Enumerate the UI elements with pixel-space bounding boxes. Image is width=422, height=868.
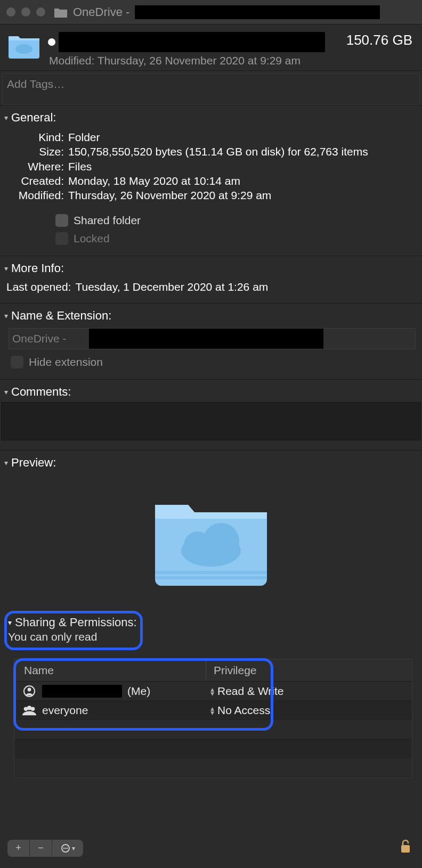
hide-extension-checkbox[interactable]: [11, 356, 23, 369]
last-opened-label: Last opened:: [6, 281, 71, 293]
created-value: Monday, 18 May 2020 at 10:14 am: [68, 174, 418, 188]
shared-folder-label: Shared folder: [74, 214, 141, 227]
section-preview-title: Preview:: [11, 456, 56, 470]
section-sharing-title: Sharing & Permissions:: [15, 616, 137, 629]
svg-point-14: [66, 847, 67, 848]
svg-point-13: [64, 847, 66, 848]
user-me-suffix: (Me): [127, 685, 150, 698]
highlight-box: ▾ Sharing & Permissions: You can only re…: [4, 611, 143, 650]
chevron-down-icon: ▾: [8, 618, 12, 627]
section-general-header[interactable]: ▾ General:: [0, 105, 422, 128]
column-name-header[interactable]: Name: [14, 659, 206, 681]
chevron-down-icon: ▾: [72, 845, 75, 852]
permission-row-empty: [14, 758, 412, 777]
user-name: everyone: [42, 704, 88, 717]
modified-value: Thursday, 26 November 2020 at 9:29 am: [68, 188, 418, 202]
chevron-down-icon: ▾: [4, 388, 8, 396]
remove-button[interactable]: −: [30, 840, 52, 857]
redacted-user-name: [42, 685, 122, 698]
svg-point-10: [31, 707, 35, 710]
kind-value: Folder: [68, 130, 418, 144]
permission-row[interactable]: (Me) ▴▾ Read & Write: [14, 682, 412, 701]
redacted-title: [135, 5, 380, 19]
section-general-title: General:: [11, 111, 56, 125]
chevron-down-icon: ▾: [4, 113, 8, 122]
permissions-table: Name Privilege (Me) ▴▾ Read & Write: [14, 659, 412, 778]
section-sharing-header[interactable]: ▾ Sharing & Permissions:: [8, 616, 137, 629]
general-content: Kind:Folder Size:150,758,550,520 bytes (…: [0, 128, 422, 256]
action-menu-button[interactable]: ▾: [52, 840, 83, 857]
header-size: 150.76 GB: [346, 32, 412, 48]
updown-icon[interactable]: ▴▾: [210, 687, 214, 696]
permission-row-empty: [14, 720, 412, 739]
svg-rect-15: [401, 845, 410, 853]
svg-point-12: [63, 847, 64, 848]
traffic-lights: [6, 7, 45, 17]
folder-cloud-icon: [7, 32, 40, 61]
shared-folder-checkbox[interactable]: [55, 214, 68, 227]
permission-row[interactable]: everyone ▴▾ No Access: [14, 701, 412, 720]
section-comments-title: Comments:: [11, 385, 71, 399]
zoom-button[interactable]: [36, 7, 45, 17]
privilege-value: Read & Write: [217, 685, 284, 698]
chevron-down-icon: ▾: [4, 264, 8, 273]
name-extension-value: OneDrive -: [12, 332, 67, 345]
window-title: OneDrive -: [73, 5, 129, 19]
section-nameext-header[interactable]: ▾ Name & Extension:: [0, 303, 422, 326]
locked-checkbox[interactable]: [55, 232, 68, 245]
size-label: Size:: [4, 144, 64, 159]
titlebar: OneDrive -: [0, 0, 422, 24]
section-nameext-title: Name & Extension:: [11, 309, 111, 323]
hide-extension-label: Hide extension: [29, 356, 103, 369]
close-button[interactable]: [6, 7, 15, 17]
size-value: 150,758,550,520 bytes (151.14 GB on disk…: [68, 144, 418, 159]
header-modified: Modified: Thursday, 26 November 2020 at …: [49, 54, 338, 67]
redacted-folder-name: [59, 32, 325, 52]
kind-label: Kind:: [4, 130, 64, 144]
svg-point-0: [15, 44, 33, 54]
folder-cloud-preview-icon: [151, 491, 271, 589]
updown-icon[interactable]: ▴▾: [210, 706, 214, 715]
permission-actions: + − ▾: [7, 840, 83, 857]
item-bullet: [48, 38, 55, 46]
column-privilege-header[interactable]: Privilege: [206, 664, 412, 677]
section-moreinfo-title: More Info:: [11, 261, 64, 275]
where-value: Files: [68, 159, 418, 174]
tags-placeholder: Add Tags…: [7, 78, 64, 91]
section-moreinfo-header[interactable]: ▾ More Info:: [0, 256, 422, 279]
tags-field[interactable]: Add Tags…: [2, 73, 420, 105]
preview-content: [0, 473, 422, 611]
user-icon: [22, 685, 37, 698]
name-extension-input[interactable]: OneDrive -: [9, 328, 416, 349]
modified-label: Modified:: [4, 188, 64, 202]
lock-icon[interactable]: [399, 839, 415, 857]
svg-point-5: [203, 523, 239, 559]
locked-label: Locked: [74, 232, 110, 245]
svg-rect-1: [155, 571, 267, 574]
minimize-button[interactable]: [21, 7, 30, 17]
svg-point-7: [28, 688, 31, 692]
privilege-value: No Access: [217, 704, 270, 717]
svg-point-9: [27, 706, 31, 710]
created-label: Created:: [4, 174, 64, 188]
comments-input[interactable]: [1, 402, 421, 440]
chevron-down-icon: ▾: [4, 312, 8, 320]
where-label: Where:: [4, 159, 64, 174]
section-comments-header[interactable]: ▾ Comments:: [0, 379, 422, 402]
permission-row-empty: [14, 739, 412, 758]
info-header: Modified: Thursday, 26 November 2020 at …: [0, 24, 422, 71]
folder-icon: [54, 7, 68, 18]
redacted-name-extension: [89, 329, 323, 349]
chevron-down-icon: ▾: [4, 458, 8, 467]
svg-rect-2: [155, 576, 267, 579]
moreinfo-content: Last opened: Tuesday, 1 December 2020 at…: [0, 279, 422, 303]
sharing-subtitle: You can only read: [8, 630, 137, 643]
add-button[interactable]: +: [7, 840, 30, 857]
group-icon: [22, 705, 37, 716]
last-opened-value: Tuesday, 1 December 2020 at 1:26 am: [75, 281, 268, 293]
section-preview-header[interactable]: ▾ Preview:: [0, 450, 422, 473]
